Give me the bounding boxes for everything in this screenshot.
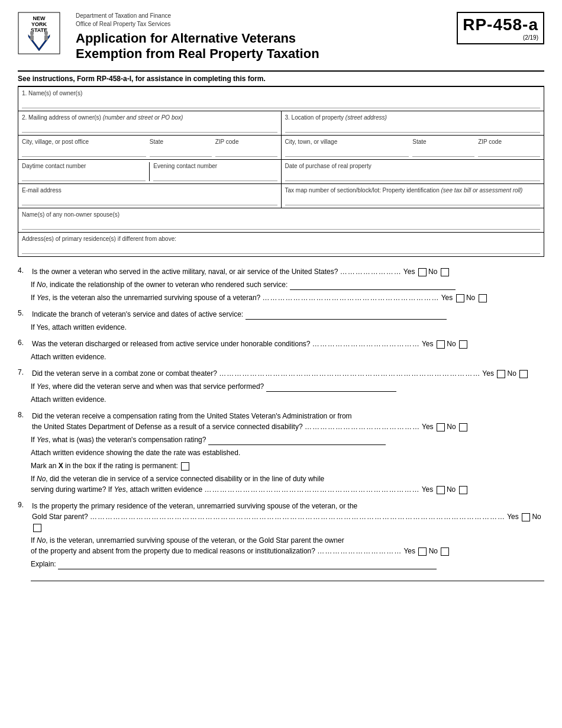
- q8-sub4-yes-label: Yes: [422, 485, 434, 494]
- location-input[interactable]: [285, 122, 541, 133]
- q7-yes-checkbox[interactable]: [497, 370, 505, 378]
- q7-yes-label: Yes: [482, 369, 494, 378]
- svg-text:NEW: NEW: [33, 15, 46, 21]
- city-town-label: City, town, or village: [285, 138, 338, 145]
- q9-explain-input[interactable]: [58, 561, 437, 569]
- q4-sub2-no-label: No: [466, 294, 475, 302]
- q8-sub4-no-label: No: [447, 485, 456, 494]
- q7-no-checkbox[interactable]: [519, 370, 528, 378]
- q7-sub1-input[interactable]: [266, 384, 396, 392]
- svg-point-6: [44, 31, 48, 36]
- q8-sub4: If No, did the veteran die in service of…: [18, 473, 544, 495]
- q7-no-label: No: [508, 369, 516, 378]
- row-owner-name: 1. Name(s) of owner(s): [18, 86, 544, 111]
- questions-section: 4. Is the owner a veteran who served in …: [18, 266, 544, 581]
- header-text: Department of Taxation and Finance Offic…: [76, 12, 457, 62]
- q9-sub1-yes-checkbox[interactable]: [418, 547, 427, 556]
- logo-area: NEW YORK STATE: [18, 12, 66, 54]
- q8-no-label: No: [447, 423, 456, 431]
- evening-input[interactable]: [153, 170, 277, 181]
- q9-text: Is the property the primary residence of…: [32, 501, 544, 533]
- q8-sub1-input[interactable]: [208, 437, 386, 445]
- zip2-input[interactable]: [478, 146, 540, 157]
- q8-sub4-no-checkbox[interactable]: [459, 486, 467, 494]
- q6-yes-label: Yes: [422, 340, 434, 348]
- q4-no-checkbox[interactable]: [441, 268, 449, 276]
- owner-name-input[interactable]: [22, 98, 540, 108]
- q8-no-checkbox[interactable]: [459, 423, 467, 431]
- q8-sub4-yes-checkbox[interactable]: [437, 486, 445, 494]
- non-owner-input[interactable]: [22, 219, 540, 230]
- q7-number: 7.: [18, 368, 30, 376]
- question-9: 9. Is the property the primary residence…: [18, 501, 544, 581]
- q4-no-label: No: [428, 268, 437, 276]
- q4-sub2: If Yes, is the veteran also the unremarr…: [18, 292, 544, 303]
- q9-sub1-no-label: No: [429, 547, 438, 555]
- q9-sub1: If No, is the veteran, unremarried survi…: [18, 535, 544, 556]
- svg-point-5: [30, 31, 34, 36]
- q8-number: 8.: [18, 411, 30, 419]
- mailing-address-input[interactable]: [22, 122, 277, 133]
- q9-no-checkbox[interactable]: [33, 524, 41, 532]
- q8-text: Did the veteran receive a compensation r…: [32, 411, 544, 432]
- form-fields-table: 1. Name(s) of owner(s) 2. Mailing addres…: [18, 86, 544, 257]
- q6-yes-checkbox[interactable]: [437, 340, 445, 349]
- svg-text:YORK: YORK: [31, 21, 47, 27]
- q7-sub1: If Yes, where did the veteran serve and …: [18, 381, 544, 392]
- daytime-input[interactable]: [22, 170, 146, 181]
- q6-text: Was the veteran discharged or released f…: [32, 339, 544, 349]
- q6-main: 6. Was the veteran discharged or release…: [18, 339, 544, 349]
- q8-sub3: Mark an X in the box if the rating is pe…: [18, 460, 544, 471]
- q5-input[interactable]: [246, 311, 447, 320]
- q5-main: 5. Indicate the branch of veteran's serv…: [18, 309, 544, 320]
- question-5: 5. Indicate the branch of veteran's serv…: [18, 309, 544, 333]
- q4-yes-label: Yes: [403, 268, 415, 276]
- q8-sub2: Attach written evidence showing the date…: [18, 447, 544, 458]
- q4-main: 4. Is the owner a veteran who served in …: [18, 266, 544, 277]
- question-6: 6. Was the veteran discharged or release…: [18, 339, 544, 362]
- row-city-state-zip: City, village, or post office State ZIP …: [18, 135, 544, 159]
- mailing-label: 2. Mailing address of owner(s) (number a…: [22, 114, 183, 121]
- purchase-date-input[interactable]: [285, 170, 541, 181]
- row-email-taxmap: E-mail address Tax map number of section…: [18, 183, 544, 208]
- q6-no-checkbox[interactable]: [459, 340, 467, 349]
- q9-number: 9.: [18, 501, 30, 509]
- q9-main: 9. Is the property the primary residence…: [18, 501, 544, 533]
- q4-yes-checkbox[interactable]: [418, 268, 427, 276]
- form-version: (2/19): [463, 34, 538, 41]
- q8-permanent-checkbox[interactable]: [181, 462, 189, 471]
- zip2-label: ZIP code: [478, 138, 502, 145]
- non-owner-label: Name(s) of any non-owner spouse(s): [22, 211, 119, 218]
- tax-map-input[interactable]: [285, 195, 541, 205]
- city-town-input[interactable]: [285, 146, 409, 157]
- city-input[interactable]: [22, 146, 146, 157]
- q6-no-label: No: [447, 340, 456, 348]
- location-label: 3. Location of property (street address): [285, 114, 387, 121]
- q9-sub1-no-checkbox[interactable]: [441, 547, 449, 556]
- zip-label: ZIP code: [215, 138, 239, 145]
- q4-sub2-no-checkbox[interactable]: [479, 294, 487, 302]
- email-input[interactable]: [22, 195, 277, 205]
- city-label: City, village, or post office: [22, 138, 89, 145]
- q4-sub2-yes-checkbox[interactable]: [456, 294, 464, 302]
- state2-label: State: [412, 138, 426, 145]
- state2-input[interactable]: [412, 146, 474, 157]
- q4-sub1-input[interactable]: [290, 282, 456, 290]
- svg-rect-7: [30, 36, 34, 40]
- q4-sub2-yes-label: Yes: [441, 294, 453, 302]
- q8-yes-label: Yes: [422, 423, 434, 431]
- question-4: 4. Is the owner a veteran who served in …: [18, 266, 544, 303]
- zip-input[interactable]: [215, 146, 277, 157]
- evening-label: Evening contact number: [153, 163, 217, 169]
- q9-no-label: No: [532, 513, 541, 521]
- address-diff-input[interactable]: [22, 243, 540, 254]
- q8-main: 8. Did the veteran receive a compensatio…: [18, 411, 544, 432]
- q6-sub: Attach written evidence.: [18, 352, 544, 362]
- q9-explain-line2[interactable]: [31, 573, 544, 581]
- question-8: 8. Did the veteran receive a compensatio…: [18, 411, 544, 495]
- q8-yes-checkbox[interactable]: [437, 423, 445, 431]
- page-header: NEW YORK STATE Department of Taxation an…: [18, 12, 544, 62]
- state-input[interactable]: [150, 146, 212, 157]
- q9-yes-checkbox[interactable]: [522, 513, 530, 521]
- row-mailing-location: 2. Mailing address of owner(s) (number a…: [18, 111, 544, 135]
